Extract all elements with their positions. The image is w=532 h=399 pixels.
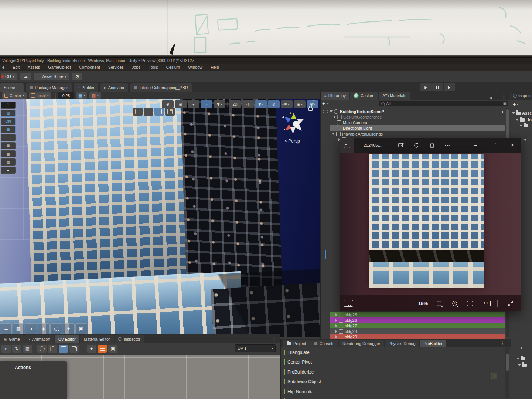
lock-icon[interactable] bbox=[308, 108, 313, 111]
vertex-mode-button[interactable] bbox=[144, 108, 153, 116]
tab-probuilder[interactable]: ProBuilder bbox=[420, 340, 446, 347]
hierarchy-row-scene-root[interactable]: BuildingTextureScene* ⋮ bbox=[321, 109, 512, 114]
zoom-in-button[interactable]: + bbox=[450, 299, 459, 308]
tab-material-editor[interactable]: Material Editor bbox=[80, 335, 114, 343]
grid-visibility-button[interactable]: ▨ bbox=[13, 323, 24, 334]
search-overlay-button[interactable] bbox=[50, 323, 62, 334]
tab-uv-editor[interactable]: UV Editor bbox=[55, 335, 79, 343]
probuilder-kebab[interactable]: ⋮ bbox=[500, 341, 505, 346]
photos-app-window[interactable]: 2024051... ••• − × bbox=[340, 138, 521, 311]
scene-kebab-menu[interactable]: ⋮ bbox=[311, 99, 316, 105]
face-mode-button[interactable] bbox=[165, 108, 175, 116]
delete-button[interactable] bbox=[426, 140, 438, 150]
fold-arrow[interactable] bbox=[335, 330, 337, 333]
tab-interior-cubemapping[interactable]: ▤ InteriorCubemapping_PBR bbox=[130, 83, 192, 92]
menu-cesium[interactable]: Cesium bbox=[166, 65, 180, 69]
fold-arrow[interactable] bbox=[334, 116, 336, 119]
fold-arrow[interactable] bbox=[332, 133, 335, 135]
fold-arrow[interactable] bbox=[335, 319, 337, 322]
tab-game[interactable]: ◉ Game bbox=[0, 335, 24, 343]
uv-index-field[interactable]: 1 bbox=[1, 102, 16, 109]
fold-arrow[interactable] bbox=[524, 139, 527, 141]
axis-cone-white[interactable] bbox=[290, 127, 296, 134]
fold-arrow[interactable] bbox=[330, 110, 332, 112]
render-settings-button[interactable]: ≔ bbox=[0, 323, 12, 334]
edit-image-button[interactable] bbox=[395, 140, 407, 150]
axis-z-cone[interactable] bbox=[283, 115, 291, 123]
texture-tool-button-3[interactable]: ▦ bbox=[1, 158, 16, 166]
tab-hierarchy[interactable]: ≡ Hierarchy bbox=[321, 92, 349, 100]
uv-texture-tool-button[interactable] bbox=[98, 345, 107, 353]
pause-button[interactable] bbox=[432, 83, 443, 91]
menu-window[interactable]: Window bbox=[188, 65, 202, 69]
gizmos-tool-button[interactable]: ⊕ bbox=[162, 100, 174, 108]
fold-arrow[interactable] bbox=[516, 119, 519, 121]
layers-overlay-button[interactable]: ◈ bbox=[38, 323, 50, 334]
close-button[interactable]: × bbox=[506, 140, 519, 150]
asset-store-button[interactable]: Asset Store ▾ bbox=[34, 73, 69, 80]
hierarchy-row-main-camera[interactable]: Main Camera bbox=[321, 120, 526, 125]
tab-rendering-debugger[interactable]: Rendering Debugger bbox=[339, 340, 384, 347]
hierarchy-row-bldg26[interactable]: bldg26 bbox=[321, 317, 525, 323]
uv-edge-mode-button[interactable] bbox=[59, 345, 68, 353]
tab-scene[interactable]: Scene bbox=[0, 83, 24, 92]
menu-file-partial[interactable]: e bbox=[2, 65, 4, 69]
project-tree-lower-c[interactable] bbox=[518, 364, 527, 367]
menu-gameobject[interactable]: GameObject bbox=[48, 65, 71, 69]
tab-animator[interactable]: ▶ Animator bbox=[100, 83, 128, 92]
axis-y-cone[interactable] bbox=[291, 113, 296, 119]
uv-pointer-button[interactable]: ▶ bbox=[1, 345, 11, 353]
fit-to-window-button[interactable] bbox=[466, 299, 474, 308]
uv-face-mode-button[interactable] bbox=[69, 345, 79, 353]
fullscreen-button[interactable] bbox=[504, 299, 517, 308]
skybox-toggle-button[interactable]: ◑ bbox=[201, 100, 212, 108]
fold-arrow[interactable] bbox=[518, 364, 521, 366]
project-tree-lower-a[interactable] bbox=[521, 347, 523, 349]
move-overlay-button[interactable]: + bbox=[63, 323, 75, 334]
menu-jobs[interactable]: Jobs bbox=[132, 65, 140, 69]
snap-settings-button[interactable]: ▨ ▾ bbox=[89, 92, 100, 99]
fold-arrow[interactable] bbox=[335, 335, 337, 338]
hierarchy-search-input[interactable]: All ▣ bbox=[379, 101, 508, 106]
actual-size-button[interactable]: 1:1 bbox=[481, 299, 491, 308]
debug-draw-button[interactable]: ✱▾ bbox=[214, 100, 225, 108]
maximize-button[interactable] bbox=[488, 140, 500, 150]
tab-package-manager[interactable]: ▤ Package Manager bbox=[26, 83, 72, 92]
fold-arrow[interactable] bbox=[335, 324, 337, 327]
inspector-tab[interactable]: ⓘ Inspec bbox=[511, 92, 532, 100]
uv-move-tool-button[interactable]: + bbox=[87, 345, 96, 353]
project-create-button[interactable]: + ▾ bbox=[513, 101, 518, 107]
orientation-toggle[interactable]: Local ▾ bbox=[29, 92, 51, 99]
chevron-down-icon[interactable]: ▾ bbox=[327, 102, 329, 105]
hierarchy-row-directional-light[interactable]: Directional Light bbox=[321, 125, 526, 131]
hierarchy-row-playableareabuildings[interactable]: PlayableAreaBuildings bbox=[321, 131, 521, 137]
fold-arrow[interactable] bbox=[519, 125, 522, 127]
project-tree-lower-b[interactable] bbox=[516, 357, 525, 360]
tab-inspector-bottom[interactable]: ⓘ Inspector bbox=[115, 335, 144, 343]
shaded-wireframe-button[interactable]: ◉ bbox=[175, 100, 187, 108]
project-folder-in[interactable]: _In bbox=[516, 117, 532, 122]
perspective-label[interactable]: < Persp bbox=[284, 139, 300, 144]
orientation-gizmo[interactable]: y z x < Persp bbox=[282, 110, 310, 145]
menu-help[interactable]: Help bbox=[211, 65, 219, 69]
project-folder-assets[interactable]: Asse bbox=[512, 111, 532, 115]
zoom-out-button[interactable]: − bbox=[434, 299, 443, 308]
grid-snap-button[interactable]: ▦ ▾ bbox=[76, 92, 87, 99]
tab-project[interactable]: Project bbox=[283, 340, 310, 347]
sphere-tool-button[interactable]: ● bbox=[1, 167, 16, 174]
hierarchy-row-bldg28[interactable]: bldg28 bbox=[321, 328, 525, 334]
probuilder-action-triangulate[interactable]: Triangulate bbox=[284, 350, 310, 355]
bottom-panel-kebab[interactable]: ⋮ bbox=[271, 335, 277, 342]
probuilder-add-button[interactable]: + bbox=[491, 373, 497, 379]
tab-animation[interactable]: ◔ Animation bbox=[24, 335, 54, 343]
camera-overlay-menu[interactable]: ≡ bbox=[278, 103, 287, 107]
create-button[interactable]: + bbox=[322, 101, 325, 106]
lighting-button[interactable]: ◑ bbox=[25, 323, 37, 334]
minimize-button[interactable]: − bbox=[469, 140, 482, 150]
fold-arrow[interactable] bbox=[521, 347, 523, 349]
saved-search-icon[interactable]: ▣ bbox=[503, 102, 507, 106]
camera-overlay-button[interactable]: ▣ bbox=[75, 323, 87, 334]
probuilder-action-flip-normals[interactable]: Flip Normals bbox=[284, 389, 312, 394]
project-folder-sub[interactable] bbox=[519, 124, 528, 127]
cloud-button[interactable]: ☁ bbox=[20, 73, 31, 80]
